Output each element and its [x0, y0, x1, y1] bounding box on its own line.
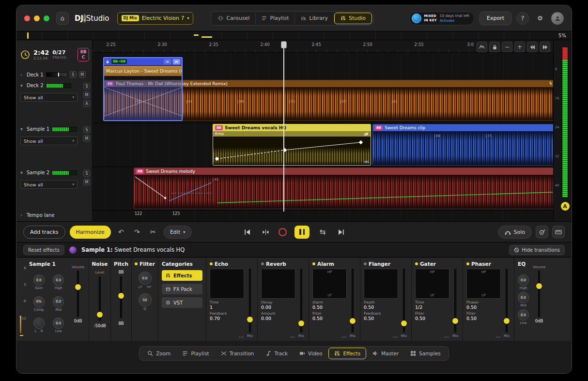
sample2-solo-button[interactable]: S	[83, 170, 90, 177]
effect-active-dot[interactable]	[364, 262, 367, 265]
deck1-mute-button[interactable]: M	[79, 71, 86, 78]
sample1-mute-button[interactable]: M	[83, 135, 90, 142]
flanger-depth-value[interactable]: 0.50	[364, 305, 398, 310]
m id-knob[interactable]: 0.0	[53, 296, 64, 307]
sample1-showall-select[interactable]: Show all ▾	[20, 137, 77, 145]
category-effects-button[interactable]: Effects	[162, 270, 202, 281]
deck2-solo-button[interactable]: S	[83, 83, 90, 90]
more-options-button[interactable]: …	[290, 334, 295, 338]
zoom-out-button[interactable]: −	[502, 42, 512, 52]
phaser-mix-slider[interactable]	[503, 269, 511, 333]
chevron-down-icon[interactable]: ▾	[20, 83, 24, 88]
split-button[interactable]: ✂	[147, 226, 159, 238]
echo-mix-slider[interactable]	[246, 269, 254, 333]
clip-deck2[interactable]: 8B Paul Thomas - Mr Owl (Whoriskey Exten…	[104, 80, 554, 121]
settings-button[interactable]: ⚙	[534, 12, 546, 25]
deck2-showall-select[interactable]: Show all ▾	[20, 93, 77, 102]
high-knob[interactable]: 0.0	[53, 274, 64, 286]
more-options-button[interactable]: …	[495, 334, 501, 338]
eq-low-knob[interactable]: 0.0	[518, 309, 529, 320]
hide-transitions-button[interactable]: Hide transitions	[509, 245, 565, 255]
overview-playhead[interactable]	[27, 32, 29, 39]
reset-effects-button[interactable]: Reset effects	[23, 245, 64, 255]
harmonize-button[interactable]: Harmonize	[70, 226, 111, 239]
skip-to-end-button[interactable]	[336, 227, 346, 237]
transition-swap-button[interactable]: ⇄	[173, 59, 180, 64]
dock-effects[interactable]: Effects	[328, 348, 366, 359]
automix-button[interactable]	[260, 227, 271, 237]
gater-time-value[interactable]: 1/2	[415, 305, 449, 310]
filter-active-dot[interactable]	[135, 262, 138, 265]
effect-active-dot[interactable]	[210, 262, 213, 265]
auto-zoom-button[interactable]	[477, 42, 487, 52]
effect-active-dot[interactable]	[466, 262, 469, 265]
dock-video[interactable]: Video	[294, 348, 327, 359]
keyboard-shortcuts-button[interactable]	[552, 226, 565, 238]
dock-samples[interactable]: Samples	[405, 348, 446, 359]
pitch-slider[interactable]	[117, 276, 125, 318]
flanger-mix-slider[interactable]	[400, 269, 408, 333]
tempo-value[interactable]: 125	[172, 212, 180, 216]
lane-header-tempo[interactable]: › Tempo lane	[20, 213, 54, 218]
mix-selector[interactable]: DJ Mix Electric Vision 7 ▾	[117, 12, 194, 25]
redo-button[interactable]: ↷	[131, 226, 143, 238]
reverb-xy-pad[interactable]	[261, 269, 295, 299]
automation-lane-header[interactable]: Echo ×	[213, 131, 371, 137]
key-badge[interactable]: 8BC	[77, 48, 89, 61]
more-options-button[interactable]: …	[341, 334, 347, 338]
echo-xy-pad[interactable]	[210, 269, 244, 299]
dock-playlist[interactable]: Playlist	[177, 348, 214, 359]
reverb-amount-value[interactable]: 0.00	[261, 316, 295, 321]
dock-master[interactable]: Master	[367, 348, 404, 359]
alarm-mix-slider[interactable]	[349, 269, 356, 333]
tempo-value[interactable]: 122	[135, 212, 142, 216]
comp-knob[interactable]: 0%	[33, 296, 45, 307]
clip-sweet-dreams[interactable]: 8B Sweet Dreams clip 6973	[372, 124, 554, 166]
deck2-mute-button[interactable]: M	[83, 91, 90, 98]
dock-transition[interactable]: Transition	[216, 348, 260, 359]
lock-zoom-button[interactable]	[489, 42, 500, 52]
transition-header[interactable]: 8B→8B ≡ ⇄	[104, 58, 182, 65]
playhead-handle[interactable]	[281, 41, 287, 48]
close-window-button[interactable]	[24, 15, 30, 21]
lanes[interactable]: 8B→8B ≡ ⇄ Marcus Layton - Sweet Dreams (…	[93, 53, 553, 221]
sample2-mute-button[interactable]: M	[83, 179, 90, 185]
category-fxpack-button[interactable]: FX Pack	[162, 284, 202, 294]
clip-vocals[interactable]: 8B Sweet Dreams vocals HQ Echo ×	[213, 124, 371, 166]
alarm-xy-pad[interactable]: HPLP	[312, 269, 347, 299]
sample1-solo-button[interactable]: S	[83, 126, 90, 133]
dock-track[interactable]: Track	[261, 348, 293, 359]
loop-button[interactable]: ⇆	[317, 227, 328, 237]
undo-button[interactable]: ↶	[115, 226, 127, 238]
sample2-showall-select[interactable]: Show all ▾	[20, 180, 77, 189]
flanger-feedback-value[interactable]: 0.50	[364, 316, 398, 321]
reverb-mix-slider[interactable]	[297, 269, 305, 333]
deck2-auto-button[interactable]: A	[83, 100, 90, 107]
mixed-in-key-badge[interactable]: MIXEDIN KEY 10 days trial leftActivate	[409, 12, 475, 25]
solo-button[interactable]: Solo	[498, 226, 532, 239]
help-button[interactable]: ?	[516, 12, 529, 25]
filter-q-knob[interactable]: 50	[139, 293, 152, 306]
lightning-icon[interactable]: ϟ	[549, 81, 552, 86]
chevron-right-icon[interactable]: ›	[20, 72, 24, 77]
user-avatar[interactable]	[551, 12, 564, 25]
gater-xy-pad[interactable]: HPLP	[415, 269, 449, 299]
effect-active-dot[interactable]	[312, 262, 315, 265]
more-options-button[interactable]: …	[393, 334, 398, 338]
clip-deck1[interactable]: Marcus Layton - Sweet Dreams (Origin	[104, 66, 182, 76]
echo-feedback-value[interactable]: 0.70	[210, 316, 244, 321]
zoom-in-button[interactable]: +	[514, 42, 525, 52]
autogain-button[interactable]: A	[561, 202, 570, 211]
deck1-crossfader[interactable]	[46, 72, 67, 77]
eq-volume-slider[interactable]	[535, 271, 543, 317]
tab-carousel[interactable]: Carousel	[212, 13, 256, 24]
sampler-button[interactable]	[536, 226, 548, 238]
deck1-solo-button[interactable]: S	[70, 71, 77, 78]
alarm-filter-value[interactable]: 0.50	[312, 316, 347, 321]
noise-level-slider[interactable]	[96, 276, 104, 321]
add-tracks-button[interactable]: Add tracks	[23, 226, 65, 239]
gain-knob[interactable]: 0.0	[33, 274, 45, 286]
phaser-amount-value[interactable]: 0.50	[466, 305, 501, 310]
effect-active-dot[interactable]	[415, 262, 418, 265]
balance-knob[interactable]	[33, 318, 45, 329]
